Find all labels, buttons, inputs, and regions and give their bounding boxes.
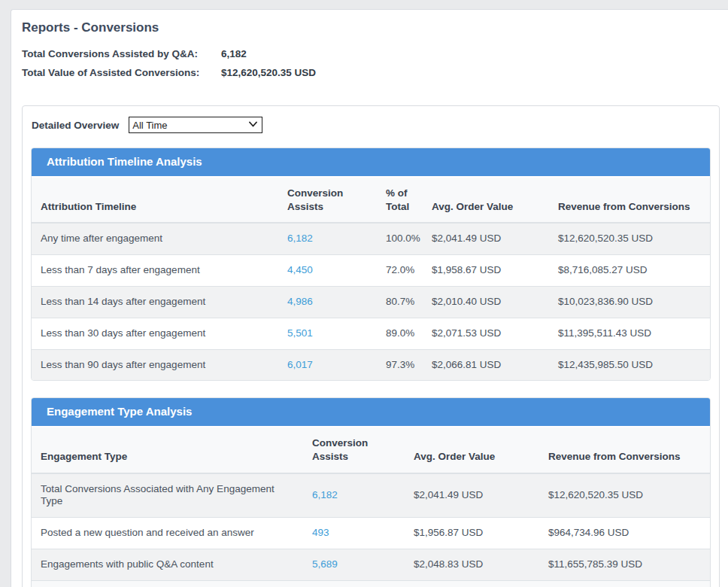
aov-cell: $2,041.49 USD: [423, 223, 549, 254]
engagement-type-cell: Total Conversions Associated with Any En…: [32, 473, 303, 518]
pct-cell: 89.0%: [377, 318, 423, 349]
summary-label: Total Value of Assisted Conversions:: [22, 67, 221, 78]
aov-cell: $1,958.67 USD: [423, 254, 549, 286]
col-engagement-type: Engagement Type: [32, 427, 303, 473]
table-row: Less than 90 days after engagement 6,017…: [32, 349, 710, 380]
col-revenue: Revenue from Conversions: [539, 427, 710, 473]
timeline-cell: Less than 7 days after engagement: [32, 254, 278, 286]
detailed-overview-label: Detailed Overview: [32, 120, 119, 131]
aov-cell: $2,066.81 USD: [423, 349, 549, 380]
summary-total-value: Total Value of Assisted Conversions: $12…: [22, 67, 720, 78]
revenue-cell: $10,023,836.90 USD: [549, 286, 710, 318]
pct-cell: 97.3%: [377, 349, 423, 380]
col-pct-of-total: % of Total: [377, 178, 423, 223]
col-conversion-assists: Conversion Assists: [303, 427, 405, 473]
revenue-cell: $964,734.96 USD: [539, 518, 710, 549]
overview-controls: Detailed Overview All Time: [32, 117, 711, 133]
table-row: Total Conversions Associated with Any En…: [32, 473, 710, 518]
assists-link[interactable]: 6,182: [287, 233, 313, 244]
timeframe-select-wrap: All Time: [129, 117, 262, 133]
timeframe-select[interactable]: All Time: [129, 117, 262, 133]
assists-cell: 6,182: [278, 223, 377, 254]
table-row: Posted a new question and received an an…: [32, 518, 710, 549]
col-attribution-timeline: Attribution Timeline: [32, 178, 278, 223]
assists-link[interactable]: 4,450: [287, 264, 313, 275]
aov-cell: $2,071.53 USD: [423, 318, 549, 349]
revenue-cell: $12,620,520.35 USD: [549, 223, 710, 254]
assists-cell: 4,450: [278, 254, 377, 286]
summary-block: Total Conversions Assisted by Q&A: 6,182…: [22, 48, 720, 78]
assists-link[interactable]: 6,182: [312, 489, 338, 500]
engagement-type-cell: Engagements with public Q&A content: [32, 549, 303, 580]
engagement-type-cell: Posted a new question and received an an…: [32, 518, 303, 549]
revenue-cell: $11,655,785.39 USD: [539, 549, 710, 580]
assists-cell: 5,689: [303, 549, 405, 580]
summary-value: 6,182: [221, 48, 247, 59]
qa-conversion-footnote: Number of Q&A's with conversion assists:…: [32, 580, 710, 587]
col-revenue: Revenue from Conversions: [549, 178, 710, 223]
revenue-cell: $11,395,511.43 USD: [549, 318, 710, 349]
timeline-cell: Less than 14 days after engagement: [32, 286, 278, 318]
timeline-cell: Less than 90 days after engagement: [32, 349, 278, 380]
engagement-header-row: Engagement Type Conversion Assists Avg. …: [32, 427, 710, 473]
col-avg-order-value: Avg. Order Value: [423, 178, 549, 223]
pct-cell: 80.7%: [377, 286, 423, 318]
table-row: Less than 7 days after engagement 4,450 …: [32, 254, 710, 286]
assists-link[interactable]: 6,017: [287, 359, 313, 370]
col-avg-order-value: Avg. Order Value: [405, 427, 539, 473]
timeline-cell: Any time after engagement: [32, 223, 278, 254]
summary-label: Total Conversions Assisted by Q&A:: [22, 48, 221, 59]
engagement-table: Engagement Type Conversion Assists Avg. …: [32, 427, 710, 580]
assists-cell: 6,017: [278, 349, 377, 380]
detailed-overview-panel: Detailed Overview All Time Attribution T…: [22, 105, 720, 587]
page-title: Reports - Conversions: [22, 20, 720, 35]
table-row: Less than 14 days after engagement 4,986…: [32, 286, 710, 318]
revenue-cell: $12,435,985.50 USD: [549, 349, 710, 380]
aov-cell: $2,041.49 USD: [405, 473, 539, 518]
assists-link[interactable]: 493: [312, 527, 329, 538]
assists-link[interactable]: 4,986: [287, 296, 313, 307]
main-card: Reports - Conversions Total Conversions …: [11, 9, 728, 587]
assists-cell: 5,501: [278, 318, 377, 349]
pct-cell: 72.0%: [377, 254, 423, 286]
table-row: Engagements with public Q&A content 5,68…: [32, 549, 710, 580]
table-row: Any time after engagement 6,182 100.0% $…: [32, 223, 710, 254]
assists-link[interactable]: 5,689: [312, 558, 338, 570]
attribution-table: Attribution Timeline Conversion Assists …: [32, 178, 710, 380]
summary-value: $12,620,520.35 USD: [221, 67, 316, 78]
attribution-timeline-panel: Attribution Timeline Analysis Attributio…: [31, 148, 711, 381]
revenue-cell: $12,620,520.35 USD: [539, 473, 710, 518]
assists-cell: 493: [303, 518, 405, 549]
summary-total-conversions: Total Conversions Assisted by Q&A: 6,182: [22, 48, 720, 59]
assists-link[interactable]: 5,501: [287, 327, 313, 339]
aov-cell: $2,048.83 USD: [405, 549, 539, 580]
engagement-panel-title: Engagement Type Analysis: [32, 398, 710, 427]
aov-cell: $2,010.40 USD: [423, 286, 549, 318]
engagement-type-panel: Engagement Type Analysis Engagement Type…: [31, 397, 711, 587]
aov-cell: $1,956.87 USD: [405, 518, 539, 549]
pct-cell: 100.0%: [377, 223, 423, 254]
assists-cell: 6,182: [303, 473, 405, 518]
revenue-cell: $8,716,085.27 USD: [549, 254, 710, 286]
attribution-panel-title: Attribution Timeline Analysis: [32, 148, 710, 178]
col-conversion-assists: Conversion Assists: [278, 178, 377, 223]
timeline-cell: Less than 30 days after engagement: [32, 318, 278, 349]
table-row: Less than 30 days after engagement 5,501…: [32, 318, 710, 349]
attribution-header-row: Attribution Timeline Conversion Assists …: [32, 178, 710, 223]
assists-cell: 4,986: [278, 286, 377, 318]
